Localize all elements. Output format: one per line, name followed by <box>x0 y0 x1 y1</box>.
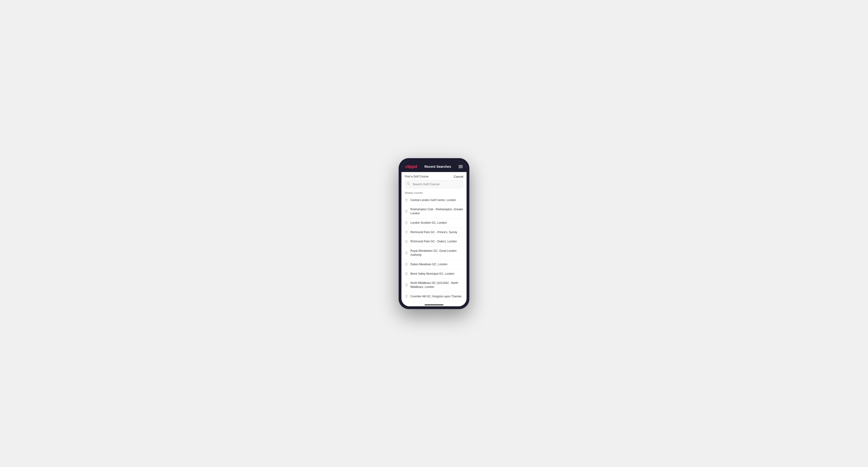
app-logo: clippd <box>405 164 417 169</box>
top-nav: clippd Recent Searches <box>401 161 467 172</box>
course-name: Richmond Park GC - Prince's, Surrey <box>410 230 457 234</box>
list-item[interactable]: Royal Wimbledon GC, Great London Authori… <box>401 246 467 260</box>
course-name: North Middlesex GC (1011942 - North Midd… <box>410 281 463 289</box>
list-item[interactable]: Roehampton Club - Roehampton, Greater Lo… <box>401 205 467 218</box>
location-icon <box>405 295 408 298</box>
location-icon <box>405 251 408 255</box>
svg-point-3 <box>406 211 407 211</box>
find-header: Find a Golf Course Cancel <box>401 172 467 180</box>
location-icon <box>405 198 408 202</box>
phone-screen: clippd Recent Searches Find a Golf Cours… <box>401 161 467 306</box>
location-icon <box>405 240 408 243</box>
location-icon <box>405 272 408 275</box>
course-name: Brent Valley Municipal GC, London <box>410 272 454 276</box>
nav-title: Recent Searches <box>425 165 451 168</box>
course-list: Central London Golf Centre, London Roeha… <box>401 196 467 303</box>
course-name: Central London Golf Centre, London <box>410 198 456 202</box>
svg-point-9 <box>406 273 407 274</box>
location-icon <box>405 210 408 213</box>
list-item[interactable]: Central London Golf Centre, London <box>401 196 467 205</box>
svg-point-10 <box>406 284 407 285</box>
course-name: Dukes Meadows GC, London <box>410 262 447 267</box>
phone-shell: clippd Recent Searches Find a Golf Cours… <box>399 158 469 309</box>
home-indicator <box>401 303 467 306</box>
list-item[interactable]: Richmond Park GC - Prince's, Surrey <box>401 228 467 237</box>
search-icon <box>407 182 410 186</box>
location-icon <box>405 230 408 234</box>
list-item[interactable]: Dukes Meadows GC, London <box>401 260 467 269</box>
content-area: Find a Golf Course Cancel Nearby courses <box>401 172 467 306</box>
course-name: Roehampton Club - Roehampton, Greater Lo… <box>410 208 463 215</box>
list-item[interactable]: Richmond Park GC - Duke's, London <box>401 237 467 246</box>
search-bar <box>405 180 463 188</box>
svg-line-1 <box>409 184 410 185</box>
home-bar <box>425 304 443 305</box>
location-icon <box>405 283 408 287</box>
svg-point-6 <box>406 241 407 241</box>
svg-point-11 <box>406 296 407 296</box>
location-icon <box>405 221 408 224</box>
course-name: Coombe Hill GC, Kingston upon Thames <box>410 294 462 299</box>
svg-point-4 <box>406 222 407 222</box>
svg-point-7 <box>406 252 407 253</box>
list-item[interactable]: North Middlesex GC (1011942 - North Midd… <box>401 278 467 292</box>
list-item[interactable]: Coombe Hill GC, Kingston upon Thames <box>401 292 467 301</box>
course-name: Richmond Park GC - Duke's, London <box>410 240 457 244</box>
cancel-button[interactable]: Cancel <box>454 175 463 178</box>
course-name: Royal Wimbledon GC, Great London Authori… <box>410 249 463 257</box>
course-name: London Scottish GC, London <box>410 221 447 225</box>
list-item[interactable]: Brent Valley Municipal GC, London <box>401 269 467 279</box>
menu-line-3 <box>459 167 463 168</box>
svg-point-5 <box>406 231 407 232</box>
find-label: Find a Golf Course <box>405 175 429 178</box>
search-input[interactable] <box>405 180 463 188</box>
nearby-label: Nearby courses <box>401 190 467 196</box>
svg-point-2 <box>406 199 407 200</box>
list-item[interactable]: London Scottish GC, London <box>401 218 467 228</box>
location-icon <box>405 262 408 266</box>
menu-line-1 <box>459 165 463 166</box>
menu-line-2 <box>459 166 463 167</box>
svg-point-8 <box>406 263 407 264</box>
menu-icon[interactable] <box>459 165 463 168</box>
